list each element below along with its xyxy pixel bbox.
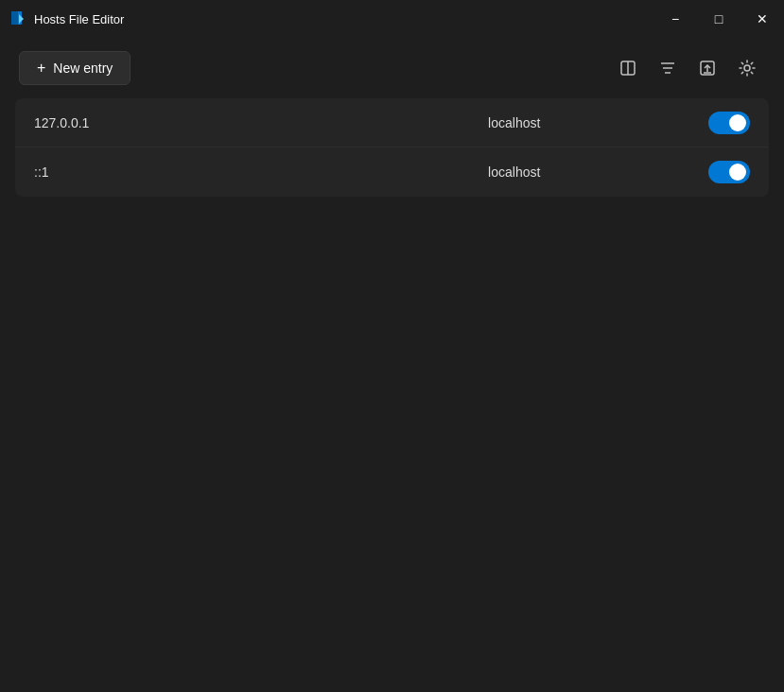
toggle-wrapper-1 (674, 112, 750, 134)
table-row: 127.0.0.1 localhost (15, 98, 769, 147)
host-ip-2: ::1 (34, 164, 355, 180)
host-toggle-1[interactable] (708, 112, 750, 134)
new-entry-button[interactable]: + New entry (19, 51, 131, 85)
table-row: ::1 localhost (15, 147, 769, 197)
new-entry-label: New entry (53, 61, 113, 76)
plus-icon: + (37, 60, 45, 77)
toggle-thumb-2 (729, 164, 746, 181)
close-button[interactable]: ✕ (740, 0, 784, 38)
title-bar-left: Hosts File Editor (9, 10, 124, 27)
host-name-1: localhost (355, 115, 675, 130)
svg-point-11 (744, 65, 750, 71)
settings-button[interactable] (729, 50, 765, 86)
app-icon (9, 10, 26, 27)
host-name-2: localhost (355, 164, 675, 180)
host-toggle-2[interactable] (708, 161, 750, 183)
maximize-button[interactable]: □ (697, 0, 740, 38)
svg-rect-1 (11, 11, 18, 25)
toolbar-left: + New entry (19, 51, 131, 85)
toolbar: + New entry (0, 38, 784, 98)
export-icon (698, 59, 717, 78)
settings-icon (738, 59, 757, 78)
toggle-track-1 (708, 112, 750, 134)
app-title: Hosts File Editor (34, 12, 124, 26)
toggle-track-2 (708, 161, 750, 183)
toggle-wrapper-2 (674, 161, 750, 183)
host-ip-1: 127.0.0.1 (34, 115, 355, 130)
toggle-thumb-1 (729, 114, 746, 131)
panel-toggle-button[interactable] (610, 50, 646, 86)
title-bar: Hosts File Editor − □ ✕ (0, 0, 784, 38)
toolbar-right (610, 50, 765, 86)
hosts-list: 127.0.0.1 localhost ::1 localhost (15, 98, 769, 197)
title-bar-controls: − □ ✕ (653, 0, 784, 38)
filter-icon (658, 59, 677, 78)
panel-icon (618, 59, 637, 78)
filter-button[interactable] (650, 50, 686, 86)
export-button[interactable] (689, 50, 725, 86)
minimize-button[interactable]: − (653, 0, 697, 38)
